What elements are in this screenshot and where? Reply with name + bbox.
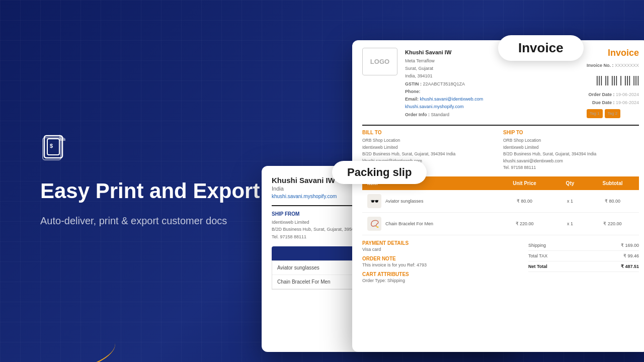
inv-item-2-price: ₹ 220.00 [495, 213, 554, 235]
inv-item-2-img: 📿 [367, 217, 381, 231]
inv-cart-val: Order Type: Shipping [362, 278, 523, 283]
packing-slip-label: Packing slip [332, 161, 427, 184]
arc-decoration [13, 323, 119, 362]
inv-tag-1: Tag 1 [587, 109, 603, 118]
inv-shipping-value: ₹ 169.00 [621, 243, 639, 248]
inv-item-1-qty: x 1 [554, 190, 586, 213]
inv-left: LOGO Khushi Savani IW Meta Terraflow Sur… [362, 48, 483, 119]
invoice-label: Invoice [498, 35, 584, 61]
inv-items-table: Item Unit Price Qty Subtotal 🕶️ Aviator … [362, 176, 639, 235]
inv-item-1-price: ₹ 80.00 [495, 190, 554, 213]
inv-tags: Tag 1 Tag 2 [587, 109, 639, 118]
svg-text:$: $ [50, 143, 53, 149]
inv-bottom: PAYMENT DETAILS Visa card ORDER NOTE Thi… [362, 240, 639, 283]
inv-meta: Invoice No. : XXXXXXXX ||| || ||| | ||| … [587, 61, 639, 118]
inv-totals: Shipping ₹ 169.00 Total TAX ₹ 99.46 Net … [528, 240, 639, 283]
invoice-content: LOGO Khushi Savani IW Meta Terraflow Sur… [352, 40, 644, 352]
inv-title: Invoice [587, 48, 639, 58]
documents-area: Khushi Savani IW India khushi.savani.mys… [252, 0, 644, 362]
main-title: Easy Print and Export [40, 179, 262, 203]
inv-net-total-row: Net Total ₹ 487.51 [528, 261, 639, 272]
inv-net-label: Net Total [528, 264, 547, 269]
inv-line3: India, 394101 [405, 72, 483, 80]
inv-cart-label: CART ATTRIBUTES [362, 272, 523, 277]
inv-right: Invoice Invoice No. : XXXXXXXX ||| || ||… [587, 48, 639, 119]
inv-no: Invoice No. : XXXXXXXX [587, 61, 639, 69]
inv-tax-row: Total TAX ₹ 99.46 [528, 251, 639, 261]
inv-order-date: Order Date : 19-06-2024 [587, 90, 639, 99]
inv-line1: Meta Terraflow [405, 57, 483, 65]
inv-line2: Surat, Gujarat [405, 65, 483, 72]
inv-item-2-qty: x 1 [554, 213, 586, 235]
inv-phone: Phone: [405, 88, 483, 96]
inv-item-row-2: 📿 Chain Bracelet For Men ₹ 220.00 x 1 ₹ … [362, 213, 639, 235]
invoice-card: LOGO Khushi Savani IW Meta Terraflow Sur… [352, 40, 644, 352]
inv-due-date: Due Date : 19-06-2024 [587, 99, 639, 107]
inv-logo: LOGO [362, 48, 397, 75]
inv-col-qty: Qty [554, 176, 586, 190]
inv-item-2-subtotal: ₹ 220.00 [586, 213, 639, 235]
inv-shipping-row: Shipping ₹ 169.00 [528, 240, 639, 251]
inv-bottom-left: PAYMENT DETAILS Visa card ORDER NOTE Thi… [362, 240, 523, 283]
inv-item-1-name: 🕶️ Aviator sunglasses [362, 190, 495, 212]
inv-bill-to-label: BILL TO [362, 130, 498, 135]
inv-ship-to-col: SHIP TO ORB Shop Location Identixweb Lim… [503, 130, 639, 171]
inv-shipping-label: Shipping [528, 243, 546, 248]
inv-tax-label: Total TAX [528, 253, 547, 258]
inv-company-name: Khushi Savani IW [405, 48, 483, 57]
inv-net-value: ₹ 487.51 [621, 264, 639, 269]
inv-order-note-label: ORDER NOTE [362, 256, 523, 261]
inv-divider [362, 125, 639, 126]
app-logo-icon: $ [40, 134, 70, 164]
svg-rect-1 [47, 139, 59, 155]
inv-item-2-name: 📿 Chain Bracelet For Men [362, 213, 495, 235]
inv-barcode: ||| || ||| | ||| ||| [587, 71, 639, 89]
inv-item-row-1: 🕶️ Aviator sunglasses ₹ 80.00 x 1 ₹ 80.0… [362, 190, 639, 213]
inv-ship-to-label: SHIP TO [503, 130, 639, 135]
inv-email: Email: khushi.savani@identixweb.com [405, 96, 483, 103]
subtitle: Auto-deliver, print & export customer do… [40, 213, 262, 228]
inv-order-info: Order Info : Standard [405, 111, 483, 119]
svg-rect-3 [43, 138, 61, 160]
inv-payment-label: PAYMENT DETAILS [362, 240, 523, 246]
inv-col-unit-price: Unit Price [495, 176, 554, 190]
inv-item-1-subtotal: ₹ 80.00 [586, 190, 639, 213]
left-panel: $ Easy Print and Export Auto-deliver, pr… [0, 0, 292, 362]
inv-ship-to-address: ORB Shop Location Identixweb Limited B/2… [503, 137, 639, 171]
inv-company-info: Khushi Savani IW Meta Terraflow Surat, G… [405, 48, 483, 119]
inv-tag-2: Tag 2 [605, 109, 621, 118]
inv-item-1-img: 🕶️ [367, 194, 381, 208]
inv-col-subtotal: Subtotal [586, 176, 639, 190]
inv-gstin: GSTIN : 22AABCT3518Q1ZA [405, 80, 483, 88]
inv-order-note-val: This invoice is for you Ref: 4793 [362, 262, 523, 267]
inv-website: khushi.savani.myshopify.com [405, 103, 483, 111]
inv-tax-value: ₹ 99.46 [623, 253, 639, 258]
inv-payment-val: Visa card [362, 247, 523, 252]
inv-header: LOGO Khushi Savani IW Meta Terraflow Sur… [362, 48, 639, 119]
